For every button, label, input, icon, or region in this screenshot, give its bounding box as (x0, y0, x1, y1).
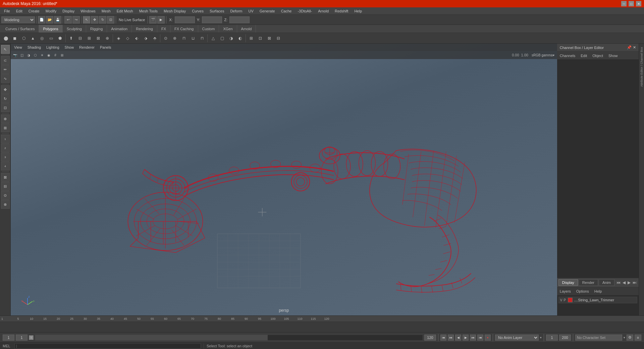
tab-object[interactable]: Object (591, 53, 604, 58)
ico-plane[interactable]: ▭ (47, 34, 55, 43)
move-tool[interactable]: ✥ (1, 85, 10, 94)
menu-curves[interactable]: Curves (189, 8, 206, 14)
render-button[interactable]: 🎬 (149, 16, 157, 23)
vp-grid-btn[interactable]: # (52, 52, 58, 58)
tab-arnold[interactable]: Arnold (237, 25, 256, 33)
vp-srgb-toggle[interactable]: sRGB gamma ▾ (530, 52, 556, 58)
display-mode-2[interactable]: 2 (1, 144, 10, 152)
display-mode-4[interactable]: 4 (1, 162, 10, 170)
menu-surfaces[interactable]: Surfaces (207, 8, 227, 14)
menu-uv[interactable]: UV (246, 8, 256, 14)
tab-render[interactable]: Render (579, 279, 598, 286)
tab-rendering[interactable]: Rendering (132, 25, 157, 33)
tab-curves-surfaces[interactable]: Curves / Surfaces (1, 25, 39, 33)
tab-fx-caching[interactable]: FX Caching (170, 25, 198, 33)
menu-edit[interactable]: Edit (13, 8, 25, 14)
layer-color-swatch[interactable] (568, 298, 573, 302)
layer-p-toggle[interactable]: P (564, 298, 566, 302)
tab-display[interactable]: Display (558, 279, 578, 286)
paint-tool[interactable]: ✏ (1, 65, 10, 74)
rotate-tool-button[interactable]: ↻ (99, 16, 106, 23)
menu-help[interactable]: Help (352, 8, 365, 14)
tab-xgen[interactable]: XGen (219, 25, 237, 33)
sub-tab-help[interactable]: Help (593, 289, 603, 294)
range-end-input[interactable] (424, 335, 436, 341)
vp-camera-btn[interactable]: 📷 (12, 52, 18, 58)
ico-disk[interactable]: ⬟ (56, 34, 64, 43)
menu-redshift[interactable]: Redshift (332, 8, 351, 14)
move-tool-button[interactable]: ✥ (91, 16, 98, 23)
tab-edit[interactable]: Edit (579, 53, 588, 58)
bottom-extra-btn[interactable]: ≡ (635, 335, 641, 341)
menu-file[interactable]: File (1, 8, 13, 14)
layer-prev-btn[interactable]: ⏮ (616, 280, 621, 285)
ico-bool-diff[interactable]: ⊔ (189, 34, 197, 43)
ico-uv-layout[interactable]: ⊟ (274, 34, 283, 43)
menu-edit-mesh[interactable]: Edit Mesh (114, 8, 136, 14)
ico-uv-editor[interactable]: ⊞ (247, 34, 256, 43)
play-back-btn[interactable]: ◀ (455, 335, 461, 341)
layer-row-trimmer[interactable]: V P ....String_Lawn_Trimmer (558, 297, 637, 303)
tab-fx[interactable]: FX (157, 25, 170, 33)
render-mode[interactable]: ⊗ (1, 200, 10, 209)
lasso-tool[interactable]: ⊂ (1, 56, 10, 65)
char-set-input[interactable]: No Character Set (575, 335, 622, 341)
channel-box-pin-icon[interactable]: 📌 (627, 45, 632, 50)
sculpt-tool[interactable]: ∿ (1, 74, 10, 83)
ico-smooth[interactable]: ◑ (227, 34, 235, 43)
attribute-editor-tab[interactable]: Attribute Editor / Channel Box (639, 44, 644, 315)
ico-bool-inter[interactable]: ⊓ (198, 34, 206, 43)
menu-arnold[interactable]: Arnold (315, 8, 331, 14)
tab-sculpting[interactable]: Sculpting (63, 25, 86, 33)
open-scene-button[interactable]: 📂 (46, 16, 53, 23)
layer-next-btn[interactable]: ⏭ (632, 280, 637, 285)
step-forward-btn[interactable]: ⏭ (470, 335, 476, 341)
tab-show[interactable]: Show (607, 53, 619, 58)
menu-create[interactable]: Create (26, 8, 42, 14)
vp-menu-lighting[interactable]: Lighting (45, 45, 61, 50)
y-input[interactable] (202, 16, 222, 23)
menu-windows[interactable]: Windows (78, 8, 98, 14)
scale-tool-button[interactable]: ⊡ (107, 16, 114, 23)
ico-insert-loop[interactable]: ⬘ (150, 34, 159, 43)
ico-quad[interactable]: ▢ (218, 34, 226, 43)
sub-tab-options[interactable]: Options (575, 289, 590, 294)
display-mode-3[interactable]: 3 (1, 153, 10, 161)
channel-box-close-icon[interactable]: ✕ (633, 45, 636, 50)
tab-polygons[interactable]: Polygons (39, 25, 62, 33)
vp-menu-renderer[interactable]: Renderer (78, 45, 96, 50)
ico-bridge[interactable]: ⊟ (76, 34, 85, 43)
save-scene-button[interactable]: 💾 (54, 16, 61, 23)
anim-mode[interactable]: ⊙ (1, 191, 10, 200)
vp-smooth-btn[interactable]: ◑ (25, 52, 32, 58)
auto-key-btn[interactable]: ● (485, 335, 491, 341)
ico-fill[interactable]: ⊕ (103, 34, 112, 43)
menu-generate[interactable]: Generate (257, 8, 278, 14)
vp-menu-view[interactable]: View (13, 45, 23, 50)
minimize-button[interactable]: ─ (621, 1, 627, 6)
command-input[interactable]: | (14, 343, 201, 349)
ico-extrude[interactable]: ⬆ (67, 34, 75, 43)
layer-v-toggle[interactable]: V (560, 298, 562, 302)
go-to-start-btn[interactable]: ⏮ (440, 335, 446, 341)
maximize-button[interactable]: □ (629, 1, 634, 6)
ico-merge[interactable]: ⊞ (85, 34, 94, 43)
close-button[interactable]: ✕ (636, 1, 641, 6)
ico-triangulate[interactable]: △ (209, 34, 217, 43)
ico-split[interactable]: ⊠ (94, 34, 103, 43)
ico-bevel[interactable]: ◈ (114, 34, 123, 43)
select-tool-button[interactable]: ↖ (83, 16, 90, 23)
ipr-button[interactable]: ▶ (157, 16, 165, 23)
menu-cache[interactable]: Cache (278, 8, 294, 14)
ico-uv-project[interactable]: ⊡ (256, 34, 265, 43)
menu-display[interactable]: Display (60, 8, 77, 14)
undo-button[interactable]: ↩ (64, 16, 72, 23)
timeline-range-bar[interactable] (35, 335, 423, 341)
range-start-input[interactable] (3, 335, 14, 341)
ico-cone[interactable]: ▲ (29, 34, 37, 43)
ico-cylinder[interactable]: ⬡ (19, 34, 28, 43)
select-tool[interactable]: ↖ (1, 45, 10, 54)
tab-channels[interactable]: Channels (558, 53, 577, 58)
menu-mesh-display[interactable]: Mesh Display (161, 8, 189, 14)
ico-loop[interactable]: ⬖ (132, 34, 141, 43)
